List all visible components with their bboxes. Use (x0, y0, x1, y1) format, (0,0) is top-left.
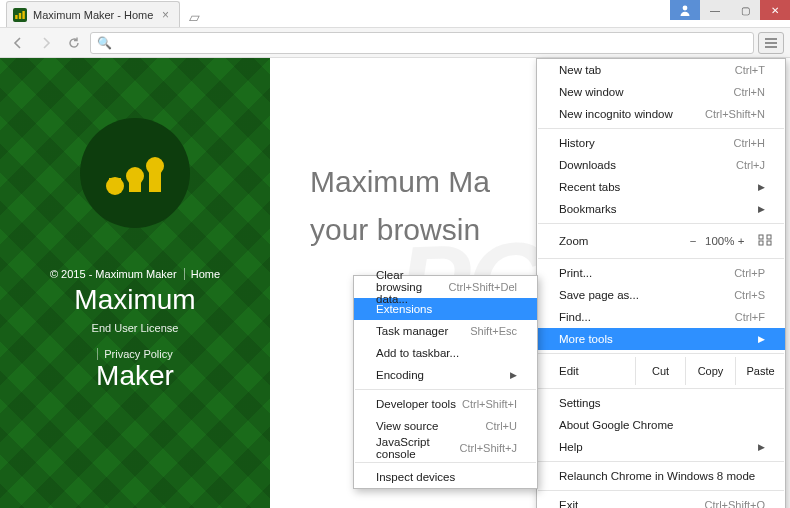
submenu-arrow-icon: ▶ (758, 204, 765, 214)
close-button[interactable]: ✕ (760, 0, 790, 20)
minimize-button[interactable]: — (700, 0, 730, 20)
tab-title: Maximum Maker - Home (33, 9, 153, 21)
back-button[interactable] (6, 31, 30, 55)
svg-rect-13 (759, 235, 763, 239)
menu-item[interactable]: New tabCtrl+T (537, 59, 785, 81)
menu-item[interactable]: Print...Ctrl+P (537, 262, 785, 284)
privacy-link[interactable]: Privacy Policy (97, 348, 172, 360)
submenu-item[interactable]: JavaScript consoleCtrl+Shift+J (354, 437, 537, 459)
menu-item-label: Developer tools (376, 398, 456, 410)
copy-button[interactable]: Copy (685, 357, 735, 385)
menu-item[interactable]: More tools▶ (537, 328, 785, 350)
menu-item-label: Print... (559, 267, 592, 279)
menu-item-label: Encoding (376, 369, 424, 381)
submenu-item[interactable]: Inspect devices (354, 466, 537, 488)
menu-item[interactable]: New windowCtrl+N (537, 81, 785, 103)
menu-item-label: Clear browsing data... (376, 269, 449, 305)
window-controls: — ▢ ✕ (670, 0, 790, 20)
menu-item[interactable]: Bookmarks▶ (537, 198, 785, 220)
svg-rect-15 (759, 241, 763, 245)
menu-item[interactable]: Find...Ctrl+F (537, 306, 785, 328)
cut-button[interactable]: Cut (635, 357, 685, 385)
shortcut-text: Ctrl+J (736, 159, 765, 171)
menu-item-label: More tools (559, 333, 613, 345)
menu-item-label: Bookmarks (559, 203, 617, 215)
new-tab-button[interactable]: ▱ (184, 9, 204, 25)
submenu-item[interactable]: Encoding▶ (354, 364, 537, 386)
submenu-item[interactable]: Developer toolsCtrl+Shift+I (354, 393, 537, 415)
menu-item[interactable]: Recent tabs▶ (537, 176, 785, 198)
menu-item-label: New incognito window (559, 108, 673, 120)
shortcut-text: Shift+Esc (470, 325, 517, 337)
browser-toolbar: 🔍 (0, 28, 790, 58)
menu-item-label: New tab (559, 64, 601, 76)
search-icon: 🔍 (97, 36, 112, 50)
submenu-separator (355, 462, 536, 463)
brand-text-1: Maximum (0, 284, 270, 316)
menu-item-label: New window (559, 86, 624, 98)
svg-rect-2 (22, 11, 24, 19)
menu-item-label: Task manager (376, 325, 448, 337)
menu-item[interactable]: Save page as...Ctrl+S (537, 284, 785, 306)
submenu-arrow-icon: ▶ (758, 182, 765, 192)
zoom-in-button[interactable]: + (729, 235, 753, 247)
menu-item-label: Add to taskbar... (376, 347, 459, 359)
shortcut-text: Ctrl+U (486, 420, 517, 432)
home-link[interactable]: Home (184, 268, 220, 280)
page-sidebar: © 2015 - Maximum Maker Home Maximum End … (0, 58, 270, 508)
chrome-menu: New tabCtrl+TNew windowCtrl+NNew incogni… (536, 58, 786, 508)
submenu-item[interactable]: Task managerShift+Esc (354, 320, 537, 342)
paste-button[interactable]: Paste (735, 357, 785, 385)
svg-rect-14 (767, 235, 771, 239)
menu-item[interactable]: Help▶ (537, 436, 785, 458)
menu-item-label: View source (376, 420, 438, 432)
menu-item-label: Inspect devices (376, 471, 455, 483)
submenu-arrow-icon: ▶ (758, 442, 765, 452)
submenu-arrow-icon: ▶ (758, 334, 765, 344)
browser-tab[interactable]: Maximum Maker - Home × (6, 1, 180, 27)
fullscreen-button[interactable] (753, 234, 777, 248)
more-tools-submenu: Clear browsing data...Ctrl+Shift+DelExte… (353, 275, 538, 489)
menu-item[interactable]: About Google Chrome (537, 414, 785, 436)
submenu-item[interactable]: Add to taskbar... (354, 342, 537, 364)
menu-separator (538, 490, 784, 491)
forward-button[interactable] (34, 31, 58, 55)
logo-icon (80, 118, 190, 228)
eul-link[interactable]: End User License (0, 322, 270, 334)
menu-item[interactable]: HistoryCtrl+H (537, 132, 785, 154)
svg-rect-12 (149, 160, 161, 192)
edit-label: Edit (537, 365, 635, 377)
shortcut-text: Ctrl+H (734, 137, 765, 149)
maximize-button[interactable]: ▢ (730, 0, 760, 20)
menu-separator (538, 128, 784, 129)
submenu-item[interactable]: View sourceCtrl+U (354, 415, 537, 437)
menu-item[interactable]: Relaunch Chrome in Windows 8 mode (537, 465, 785, 487)
submenu-item[interactable]: Clear browsing data...Ctrl+Shift+Del (354, 276, 537, 298)
svg-point-3 (683, 6, 688, 11)
menu-separator (538, 353, 784, 354)
menu-item-label: About Google Chrome (559, 419, 673, 431)
window-titlebar: Maximum Maker - Home × ▱ — ▢ ✕ (0, 0, 790, 28)
shortcut-text: Ctrl+T (735, 64, 765, 76)
menu-item[interactable]: New incognito windowCtrl+Shift+N (537, 103, 785, 125)
user-button[interactable] (670, 0, 700, 20)
shortcut-text: Ctrl+Shift+Del (449, 281, 517, 293)
menu-item[interactable]: ExitCtrl+Shift+Q (537, 494, 785, 508)
menu-item-label: Save page as... (559, 289, 639, 301)
menu-item-label: Find... (559, 311, 591, 323)
menu-separator (538, 388, 784, 389)
menu-item-label: Settings (559, 397, 601, 409)
menu-item[interactable]: DownloadsCtrl+J (537, 154, 785, 176)
menu-edit-row: EditCutCopyPaste (537, 357, 785, 385)
menu-item-label: Downloads (559, 159, 616, 171)
zoom-out-button[interactable]: − (681, 235, 705, 247)
menu-separator (538, 258, 784, 259)
shortcut-text: Ctrl+Shift+J (460, 442, 517, 454)
menu-button[interactable] (758, 32, 784, 54)
svg-rect-16 (767, 241, 771, 245)
menu-item-label: Help (559, 441, 583, 453)
tab-close-icon[interactable]: × (159, 9, 171, 21)
reload-button[interactable] (62, 31, 86, 55)
address-bar[interactable]: 🔍 (90, 32, 754, 54)
menu-item[interactable]: Settings (537, 392, 785, 414)
